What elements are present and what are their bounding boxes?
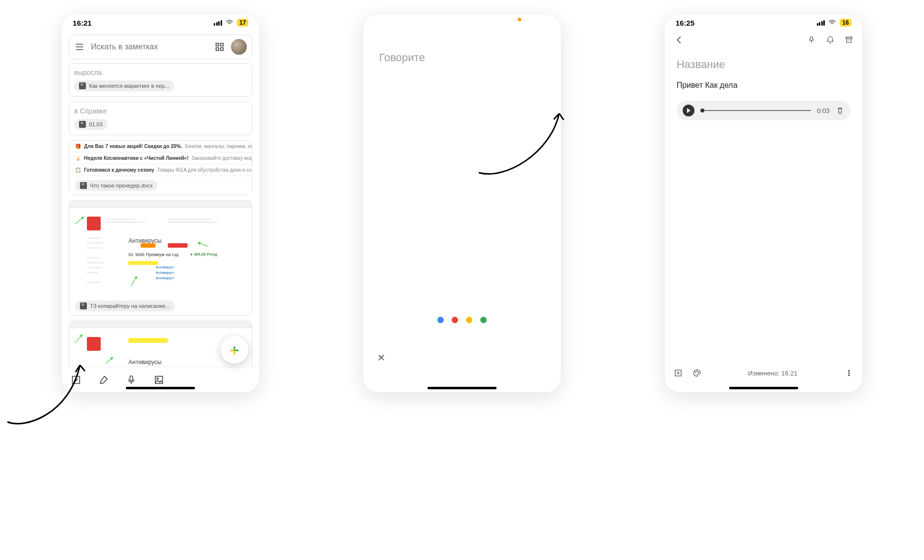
status-right: 17 [214,18,248,27]
price-label: ● 495,00 Р/год [190,252,217,257]
promo-row: 🍦 Неделя Космонавтики с «Чистой Линией»!… [69,152,252,164]
svg-rect-0 [216,43,219,46]
dot-yellow [466,317,472,323]
plus-icon: ＋ [227,340,242,360]
new-note-fab[interactable]: ＋ [221,336,248,364]
svg-rect-5 [130,375,133,380]
note-editor-body[interactable]: Название Привет Как дела 0:03 [665,49,862,125]
green-arrow-icon: → [99,350,119,367]
svg-point-11 [696,371,697,372]
google-dots [437,317,487,323]
delete-icon[interactable] [836,106,845,115]
dot-green [480,317,487,323]
hamburger-icon[interactable] [74,41,85,52]
green-arrow-icon: → [123,269,144,292]
note-chip: 01.03 [74,119,108,130]
phone-voice-input: Говорите ✕ [363,15,561,392]
note-text[interactable]: Привет Как дела [677,81,850,90]
more-icon[interactable] [845,369,853,377]
note-card-spravka[interactable]: в Справке 01.03 [69,102,252,135]
blue-links: Антивирус»Антивирус»Антивирус» [155,264,174,281]
svg-point-12 [698,372,699,373]
checkbox-icon[interactable] [71,374,81,385]
add-icon[interactable] [674,369,683,377]
home-indicator [729,387,798,389]
reminder-icon[interactable] [826,36,835,44]
home-indicator [126,387,195,389]
signal-icon [817,20,825,26]
svg-point-14 [848,373,849,373]
status-right: 16 [817,18,851,27]
svg-rect-6 [155,376,163,383]
signal-icon [214,20,222,26]
svg-point-15 [848,374,849,375]
archive-icon[interactable] [845,36,853,44]
note-title: в Справке [74,107,247,115]
note-title: выросла [74,69,247,76]
pin-icon[interactable] [807,36,816,44]
promo-row: 🎁 Для Вас 7 новых акций! Скидки до 20%.К… [69,141,252,152]
screenshot-browser-bar [69,201,252,208]
doc-icon [80,302,87,309]
note-card-screenshot-1[interactable]: → Антивирусы → Dr. Web Премиум на год ● … [69,200,252,316]
note-title-placeholder[interactable]: Название [677,58,850,71]
avatar[interactable] [231,39,247,55]
dot-blue [437,317,444,323]
svg-point-10 [695,372,696,373]
screenshot-heading: Антивирусы [128,359,161,366]
wifi-icon [225,18,234,27]
attachment-chip: Что такое прехедер.docx [75,180,157,191]
attachment-chip: ТЗ копирайтеру на написание... [75,300,175,311]
play-icon [687,108,691,113]
yellow-highlight [128,261,158,265]
svg-rect-1 [221,43,224,46]
svg-rect-8 [846,37,852,38]
close-icon[interactable]: ✕ [377,352,385,364]
note-card-promo[interactable]: 🎁 Для Вас 7 новых акций! Скидки до 20%.К… [69,140,252,195]
note-card-grown[interactable]: выросла Как меняется маркетинг в пер... [69,63,252,97]
editor-bottom-bar: Изменено: 16:21 [665,369,862,377]
back-icon[interactable] [674,35,685,45]
audio-track[interactable] [700,110,811,111]
green-arrow-icon: → [192,235,214,254]
brush-icon[interactable] [98,374,109,385]
status-time: 16:25 [676,19,694,27]
battery-indicator: 16 [840,19,851,27]
home-indicator [427,387,497,389]
svg-rect-3 [221,48,224,51]
screenshot-browser-bar [69,321,252,328]
note-chip: Как меняется маркетинг в пер... [74,80,174,91]
editor-top-bar [665,31,862,49]
microphone-icon[interactable] [126,374,137,385]
logo-square [87,337,101,351]
search-bar[interactable] [69,35,252,59]
notes-list[interactable]: выросла Как меняется маркетинг в пер... … [62,63,259,367]
audio-recording[interactable]: 0:03 [677,101,850,120]
image-icon[interactable] [154,374,164,385]
doc-icon [80,182,87,189]
svg-point-7 [157,377,158,379]
recording-indicator [518,18,521,21]
status-time: 16:21 [73,19,91,27]
product-name: Dr. Web Премиум на год [128,252,178,257]
svg-point-13 [848,370,849,371]
grid-view-icon[interactable] [214,41,225,52]
svg-rect-2 [216,48,219,51]
screenshot-body: → Антивирусы → Dr. Web Премиум на год ● … [69,208,252,297]
edited-label: Изменено: 16:21 [711,370,835,377]
phone-note-editor: 16:25 16 Название Привет Как дела 0:03 И… [665,15,862,392]
status-bar: 16:21 17 [62,15,259,31]
palette-icon[interactable] [693,369,701,377]
play-button[interactable] [683,105,694,116]
red-badge [168,243,188,248]
speak-prompt: Говорите [363,15,561,64]
orange-badge [141,243,155,248]
promo-row: 📋 Готовимся к дачному сезонуТовары IKEA … [69,164,252,176]
search-input[interactable] [91,42,208,51]
wifi-icon [828,18,837,27]
doc-icon [79,82,86,89]
dot-red [452,317,458,323]
svg-rect-4 [73,376,80,383]
phone-keep-list: 16:21 17 выросла Как меняется маркетинг … [62,15,259,392]
yellow-highlight [128,338,168,343]
